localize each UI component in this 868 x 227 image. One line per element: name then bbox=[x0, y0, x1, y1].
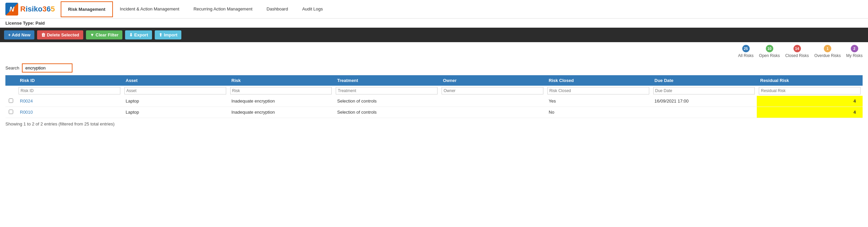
filter-asset-input[interactable] bbox=[124, 87, 226, 94]
overdue-risks-count: 1 bbox=[824, 45, 831, 52]
table-filter-row bbox=[5, 86, 863, 96]
risk-id-link[interactable]: R0024 bbox=[20, 98, 33, 104]
filter-residual-risk[interactable] bbox=[757, 86, 863, 96]
my-risks-count: 2 bbox=[851, 45, 858, 52]
badge-open-risks[interactable]: 10 Open Risks bbox=[759, 45, 780, 58]
filter-risk-id-input[interactable] bbox=[19, 87, 120, 94]
filter-treatment[interactable] bbox=[334, 86, 440, 96]
col-asset: Asset bbox=[122, 75, 228, 86]
overdue-risks-label: Overdue Risks bbox=[814, 53, 841, 58]
cell-risk-id: R0010 bbox=[17, 107, 122, 118]
open-risks-count: 10 bbox=[766, 45, 773, 52]
cell-risk: Inadequate encryption bbox=[228, 96, 334, 107]
cell-treatment: Selection of controls bbox=[334, 107, 440, 118]
cell-due-date: 16/09/2021 17:00 bbox=[651, 96, 757, 107]
all-risks-label: All Risks bbox=[738, 53, 754, 58]
logo-icon: N bbox=[5, 3, 18, 16]
filter-residual-risk-input[interactable] bbox=[759, 87, 861, 94]
col-residual-risk: Residual Risk bbox=[757, 75, 863, 86]
cell-risk: Inadequate encryption bbox=[228, 107, 334, 118]
filter-risk-id[interactable] bbox=[17, 86, 122, 96]
search-label: Search bbox=[5, 65, 19, 70]
checkbox-filter-cell bbox=[5, 86, 17, 96]
col-risk: Risk bbox=[228, 75, 334, 86]
tab-dashboard[interactable]: Dashboard bbox=[260, 1, 295, 17]
risk-id-link[interactable]: R0010 bbox=[20, 110, 33, 115]
open-risks-label: Open Risks bbox=[759, 53, 780, 58]
filter-owner[interactable] bbox=[440, 86, 545, 96]
cell-residual-risk: 4 bbox=[757, 96, 863, 107]
table-row: R0010 Laptop Inadequate encryption Selec… bbox=[5, 107, 863, 118]
risk-table: Risk ID Asset Risk Treatment Owner Risk … bbox=[5, 75, 863, 118]
row-checkbox[interactable] bbox=[9, 110, 13, 114]
tab-audit-logs[interactable]: Audit Logs bbox=[295, 1, 330, 17]
badge-overdue-risks[interactable]: 1 Overdue Risks bbox=[814, 45, 841, 58]
delete-selected-button[interactable]: 🗑 Delete Selected bbox=[37, 30, 83, 39]
badge-closed-risks[interactable]: 14 Closed Risks bbox=[785, 45, 809, 58]
footer-text: Showing 1 to 2 of 2 entries (filtered fr… bbox=[5, 121, 115, 126]
table-footer: Showing 1 to 2 of 2 entries (filtered fr… bbox=[0, 118, 868, 130]
row-checkbox-cell[interactable] bbox=[5, 96, 17, 107]
filter-owner-input[interactable] bbox=[442, 87, 543, 94]
row-checkbox-cell[interactable] bbox=[5, 107, 17, 118]
badge-all-risks[interactable]: 25 All Risks bbox=[738, 45, 754, 58]
cell-owner bbox=[440, 96, 545, 107]
cell-risk-id: R0024 bbox=[17, 96, 122, 107]
table-row: R0024 Laptop Inadequate encryption Selec… bbox=[5, 96, 863, 107]
filter-risk-closed[interactable] bbox=[545, 86, 651, 96]
filter-risk[interactable] bbox=[228, 86, 334, 96]
tab-recurring-action[interactable]: Recurring Action Management bbox=[186, 1, 260, 17]
tab-incident-action[interactable]: Incident & Action Management bbox=[113, 1, 186, 17]
import-button[interactable]: ⬆ Import bbox=[155, 30, 181, 39]
filter-due-date[interactable] bbox=[651, 86, 757, 96]
my-risks-label: My Risks bbox=[846, 53, 863, 58]
search-input[interactable] bbox=[22, 63, 72, 73]
col-owner: Owner bbox=[440, 75, 545, 86]
app-name: Risiko365 bbox=[20, 5, 55, 13]
filter-badges: 25 All Risks 10 Open Risks 14 Closed Ris… bbox=[0, 42, 868, 61]
risk-table-wrapper: Risk ID Asset Risk Treatment Owner Risk … bbox=[0, 75, 868, 118]
badge-my-risks[interactable]: 2 My Risks bbox=[846, 45, 863, 58]
tab-risk-management[interactable]: Risk Management bbox=[61, 1, 113, 17]
all-risks-count: 25 bbox=[742, 45, 750, 52]
filter-due-date-input[interactable] bbox=[653, 87, 755, 94]
table-header-row: Risk ID Asset Risk Treatment Owner Risk … bbox=[5, 75, 863, 86]
license-text: License Type: Paid bbox=[5, 21, 45, 26]
cell-risk-closed: No bbox=[545, 107, 651, 118]
cell-due-date bbox=[651, 107, 757, 118]
export-button[interactable]: ⬇ Export bbox=[125, 30, 152, 39]
logo-area: N Risiko365 bbox=[0, 0, 61, 18]
col-due-date: Due Date bbox=[651, 75, 757, 86]
nav-tabs: Risk Management Incident & Action Manage… bbox=[61, 1, 330, 17]
closed-risks-count: 14 bbox=[794, 45, 801, 52]
toolbar: + Add New 🗑 Delete Selected ▼ Clear Filt… bbox=[0, 28, 868, 42]
table-body: R0024 Laptop Inadequate encryption Selec… bbox=[5, 96, 863, 118]
license-bar: License Type: Paid bbox=[0, 19, 868, 28]
filter-asset[interactable] bbox=[122, 86, 228, 96]
cell-asset: Laptop bbox=[122, 107, 228, 118]
search-row: Search bbox=[0, 61, 868, 75]
cell-treatment: Selection of controls bbox=[334, 96, 440, 107]
add-new-button[interactable]: + Add New bbox=[4, 30, 34, 39]
cell-risk-closed: Yes bbox=[545, 96, 651, 107]
filter-treatment-input[interactable] bbox=[336, 87, 438, 94]
clear-filter-button[interactable]: ▼ Clear Filter bbox=[86, 30, 122, 39]
checkbox-header bbox=[5, 75, 17, 86]
col-treatment: Treatment bbox=[334, 75, 440, 86]
cell-residual-risk: 4 bbox=[757, 107, 863, 118]
closed-risks-label: Closed Risks bbox=[785, 53, 809, 58]
cell-owner bbox=[440, 107, 545, 118]
row-checkbox[interactable] bbox=[9, 98, 13, 103]
filter-risk-closed-input[interactable] bbox=[547, 87, 649, 94]
cell-asset: Laptop bbox=[122, 96, 228, 107]
filter-risk-input[interactable] bbox=[230, 87, 332, 94]
col-risk-closed: Risk Closed bbox=[545, 75, 651, 86]
top-navigation: N Risiko365 Risk Management Incident & A… bbox=[0, 0, 868, 19]
col-risk-id: Risk ID bbox=[17, 75, 122, 86]
